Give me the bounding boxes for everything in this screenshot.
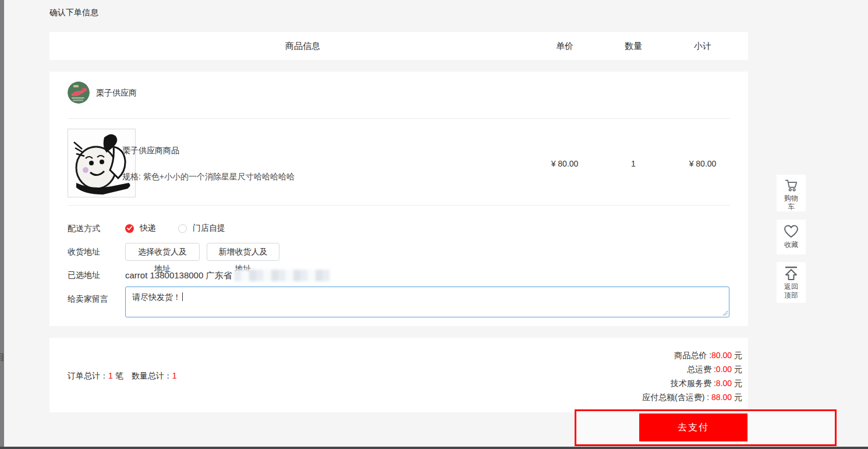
order-total-unit: 笔 xyxy=(113,371,123,380)
message-label: 给卖家留言 xyxy=(68,294,108,305)
product-subtotal: ¥ 80.00 xyxy=(665,159,741,168)
divider xyxy=(68,205,730,206)
summary-value: 80.00 xyxy=(711,351,732,360)
sidebar-item-back-to-top[interactable]: 返回顶部 xyxy=(777,262,806,303)
selected-address-row: carrot 13800138000 广东省 xyxy=(125,270,330,281)
summary-unit: 元 xyxy=(732,365,742,374)
text-caret xyxy=(182,292,183,301)
radio-store-pickup-unchecked[interactable] xyxy=(178,224,187,233)
supplier-name[interactable]: 栗子供应商 xyxy=(96,88,137,98)
order-card: 栗子供应商 栗子供应商商品 规格: 紫色+小小的一个消除星星尺寸哈哈哈哈哈 ¥ … xyxy=(49,72,748,326)
add-address-button[interactable]: 新增收货人及地址 xyxy=(207,243,279,261)
delivery-options: 快递 门店自提 xyxy=(125,223,242,234)
sidebar-item-cart[interactable]: 购物车 xyxy=(777,175,806,211)
selected-address-text: carrot 13800138000 广东省 xyxy=(125,270,232,281)
delivery-option-store-pickup[interactable]: 门店自提 xyxy=(193,223,225,234)
summary-label: 商品总价 : xyxy=(674,351,711,360)
back-to-top-icon xyxy=(783,266,799,281)
summary-label: 总运费 : xyxy=(687,365,716,374)
address-label: 收货地址 xyxy=(68,247,100,257)
product-name[interactable]: 栗子供应商商品 xyxy=(122,146,179,156)
summary-line-payable-total: 应付总额(含运费) : 88.00 元 xyxy=(451,393,742,403)
delivery-method-label: 配送方式 xyxy=(68,224,100,234)
order-totals: 订单总计：1 笔 数量总计：1 xyxy=(68,371,176,381)
qty-total-value: 1 xyxy=(172,371,177,380)
go-pay-button[interactable]: 去支付 xyxy=(639,413,747,441)
window-bottom-edge xyxy=(0,447,868,449)
column-header-price: 单价 xyxy=(527,41,603,52)
left-edge-artifact: 目 xyxy=(0,352,4,364)
summary-unit: 元 xyxy=(732,379,742,388)
cart-icon xyxy=(783,179,799,192)
summary-value: 0.00 xyxy=(716,365,732,374)
column-header-product: 商品信息 xyxy=(274,41,332,52)
order-table-header: 商品信息 单价 数量 小计 xyxy=(49,32,748,60)
summary-label: 技术服务费 : xyxy=(671,379,716,388)
back-to-top-label: 返回顶部 xyxy=(784,282,799,300)
check-icon xyxy=(127,226,132,231)
supplier-avatar-image xyxy=(68,82,90,104)
heart-icon xyxy=(783,224,799,239)
favorites-label: 收藏 xyxy=(784,241,799,249)
summary-card: 订单总计：1 笔 数量总计：1 商品总价 :80.00 元 总运费 :0.00 … xyxy=(49,338,748,412)
summary-unit: 元 xyxy=(732,351,742,360)
order-total-value: 1 xyxy=(108,371,113,380)
product-qty: 1 xyxy=(604,159,662,168)
page-title: 确认下单信息 xyxy=(49,8,98,18)
select-address-button[interactable]: 选择收货人及地址 xyxy=(125,243,200,261)
summary-label: 应付总额(含运费) : xyxy=(642,393,711,402)
product-image[interactable] xyxy=(68,129,136,197)
selected-address-label: 已选地址 xyxy=(68,270,100,281)
redacted-address-block xyxy=(234,270,330,281)
radio-express-checked[interactable] xyxy=(125,224,134,233)
seller-message-value: 请尽快发货！ xyxy=(132,292,181,302)
product-price: ¥ 80.00 xyxy=(527,159,603,168)
divider xyxy=(68,118,730,119)
column-header-subtotal: 小计 xyxy=(665,41,741,52)
product-spec: 规格: 紫色+小小的一个消除星星尺寸哈哈哈哈哈 xyxy=(122,172,295,182)
textarea-resize-grip[interactable] xyxy=(722,310,728,316)
summary-unit: 元 xyxy=(732,393,742,402)
summary-line-shipping: 总运费 :0.00 元 xyxy=(451,365,742,375)
column-header-qty: 数量 xyxy=(604,41,662,52)
summary-value: 88.00 xyxy=(711,393,732,402)
checkout-page: 目 确认下单信息 商品信息 单价 数量 小计 栗子供应商 xyxy=(0,0,868,449)
cart-label: 购物车 xyxy=(784,194,799,211)
left-edge-strip xyxy=(0,0,4,449)
summary-line-service-fee: 技术服务费 :8.00 元 xyxy=(451,379,742,389)
seller-message-input[interactable]: 请尽快发货！ xyxy=(125,287,729,317)
sidebar-item-favorites[interactable]: 收藏 xyxy=(777,220,806,254)
supplier-avatar xyxy=(68,82,90,104)
order-total-label: 订单总计： xyxy=(68,371,108,380)
delivery-option-express[interactable]: 快递 xyxy=(140,223,156,234)
summary-line-goods-total: 商品总价 :80.00 元 xyxy=(451,351,742,361)
summary-value: 8.00 xyxy=(716,379,732,388)
qty-total-label: 数量总计： xyxy=(123,371,172,380)
product-image-art xyxy=(68,129,135,197)
